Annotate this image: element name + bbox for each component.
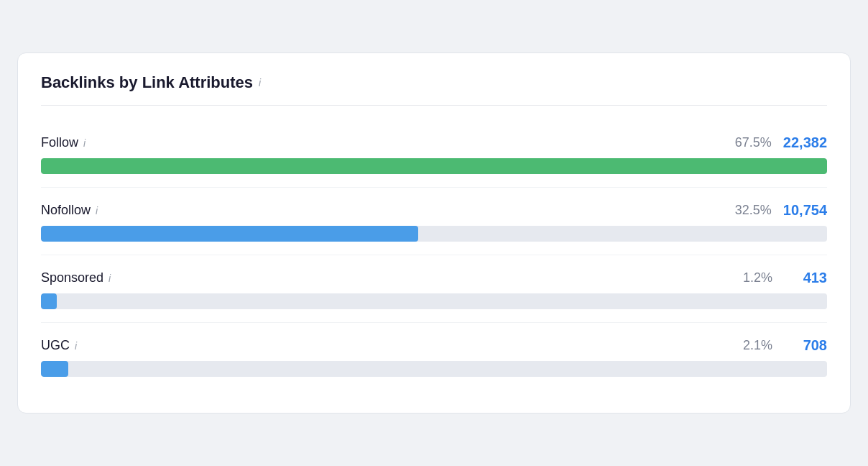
bar-fill-nofollow (41, 226, 418, 242)
row-header-nofollow: Nofollow i 32.5% 10,754 (41, 202, 827, 219)
row-follow: Follow i 67.5% 22,382 (41, 120, 827, 188)
row-info-icon-ugc[interactable]: i (75, 340, 77, 352)
row-info-icon-sponsored[interactable]: i (108, 273, 111, 284)
card-title-info-icon[interactable]: i (259, 77, 261, 88)
row-count-follow: 22,382 (783, 134, 827, 151)
bar-track-sponsored (41, 293, 827, 309)
bar-fill-sponsored (41, 293, 57, 309)
row-label-text-ugc: UGC (41, 338, 70, 353)
row-percent-ugc: 2.1% (743, 338, 772, 353)
row-header-follow: Follow i 67.5% 22,382 (41, 134, 827, 151)
row-ugc: UGC i 2.1% 708 (41, 323, 827, 390)
row-info-icon-follow[interactable]: i (83, 137, 86, 149)
backlinks-card: Backlinks by Link Attributes i Follow i … (17, 52, 851, 414)
row-info-icon-nofollow[interactable]: i (96, 205, 98, 216)
row-sponsored: Sponsored i 1.2% 413 (41, 255, 827, 323)
rows-container: Follow i 67.5% 22,382 Nofollow i 32.5% (41, 120, 827, 390)
row-stats-follow: 67.5% 22,382 (735, 134, 827, 151)
row-label-follow: Follow i (41, 135, 86, 150)
row-label-sponsored: Sponsored i (41, 270, 111, 285)
bar-track-nofollow (41, 226, 827, 242)
row-percent-sponsored: 1.2% (743, 270, 772, 285)
row-label-ugc: UGC i (41, 338, 77, 353)
row-header-sponsored: Sponsored i 1.2% 413 (41, 270, 827, 286)
row-stats-sponsored: 1.2% 413 (743, 270, 827, 286)
row-count-ugc: 708 (784, 337, 827, 354)
row-label-text-sponsored: Sponsored (41, 270, 103, 285)
row-percent-nofollow: 32.5% (735, 203, 772, 218)
bar-track-follow (41, 158, 827, 174)
row-stats-ugc: 2.1% 708 (743, 337, 827, 354)
row-count-sponsored: 413 (784, 270, 827, 286)
row-label-text-nofollow: Nofollow (41, 203, 91, 218)
bar-fill-ugc (41, 361, 68, 377)
row-header-ugc: UGC i 2.1% 708 (41, 337, 827, 354)
row-stats-nofollow: 32.5% 10,754 (735, 202, 827, 219)
row-nofollow: Nofollow i 32.5% 10,754 (41, 188, 827, 255)
row-label-text-follow: Follow (41, 135, 78, 150)
card-title: Backlinks by Link Attributes i (41, 73, 827, 106)
bar-fill-follow (41, 158, 827, 174)
card-title-text: Backlinks by Link Attributes (41, 73, 253, 92)
row-percent-follow: 67.5% (735, 135, 772, 150)
row-count-nofollow: 10,754 (783, 202, 827, 219)
row-label-nofollow: Nofollow i (41, 203, 98, 218)
bar-track-ugc (41, 361, 827, 377)
